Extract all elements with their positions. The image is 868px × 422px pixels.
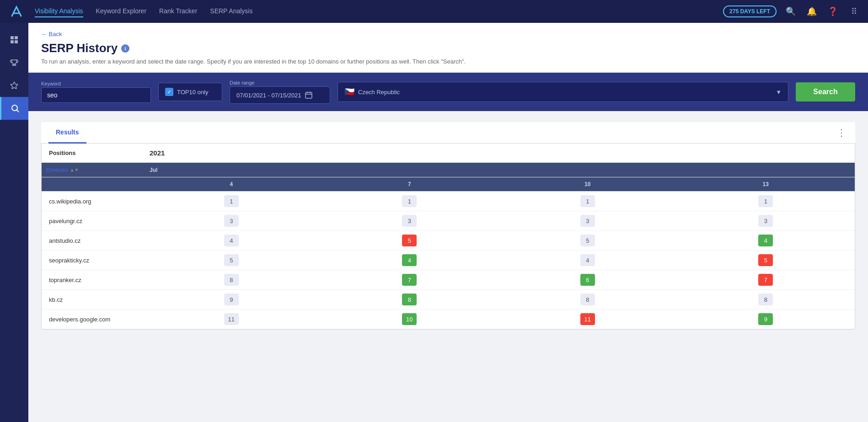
position-badge: 9 xyxy=(758,313,773,325)
position-badge: 4 xyxy=(224,235,239,246)
date-col-13: 13 xyxy=(677,177,855,192)
domain-cell: cs.wikipedia.org xyxy=(42,192,142,211)
position-cell: 1 xyxy=(321,192,499,211)
table-row: developers.google.com1110119 xyxy=(42,310,855,329)
position-badge: 5 xyxy=(402,235,417,246)
table-body: cs.wikipedia.org1111pavelungr.cz3333ants… xyxy=(42,192,855,329)
position-badge: 10 xyxy=(402,313,417,325)
position-badge: 3 xyxy=(580,215,595,227)
position-badge: 5 xyxy=(224,254,239,266)
year-header: 2021 xyxy=(142,144,855,163)
position-badge: 11 xyxy=(580,313,595,325)
search-button[interactable]: Search xyxy=(796,82,855,101)
position-cell: 4 xyxy=(321,251,499,270)
help-icon-btn[interactable]: ❓ xyxy=(826,5,840,18)
data-table-wrap: Positions 2021 Domain ▲▼ Jul xyxy=(41,144,855,330)
info-icon[interactable]: i xyxy=(121,44,129,53)
date-col-4: 4 xyxy=(142,177,321,192)
date-range-field-group: Date range 07/01/2021 - 07/15/2021 xyxy=(230,80,330,104)
positions-header: Positions xyxy=(42,144,142,163)
year-header-row: Positions 2021 xyxy=(42,144,855,163)
table-row: seoprakticky.cz5445 xyxy=(42,251,855,270)
keyword-input-wrap xyxy=(41,87,151,103)
position-badge: 6 xyxy=(580,274,595,286)
tab-results[interactable]: Results xyxy=(48,122,86,144)
keyword-field-group: Keyword xyxy=(41,81,151,103)
sidebar-item-dashboard[interactable] xyxy=(0,28,28,51)
position-cell: 1 xyxy=(498,192,677,211)
domain-header-label: Domain xyxy=(46,166,68,173)
results-table: Positions 2021 Domain ▲▼ Jul xyxy=(42,144,855,329)
position-cell: 9 xyxy=(677,310,855,329)
top10-label: TOP10 only xyxy=(177,89,208,96)
main-content: ← Back SERP History i To run an analysis… xyxy=(28,23,868,422)
svg-rect-1 xyxy=(15,36,18,39)
position-cell: 1 xyxy=(677,192,855,211)
results-area: Results ⋮ Positions 2021 Domain ▲▼ xyxy=(28,111,868,341)
top10-checkbox[interactable]: ✓ xyxy=(165,88,173,96)
keyword-input[interactable] xyxy=(47,91,145,99)
notification-icon-btn[interactable]: 🔔 xyxy=(805,5,819,18)
sidebar-item-search[interactable] xyxy=(0,97,28,120)
position-cell: 8 xyxy=(142,270,321,290)
nav-serp-analysis[interactable]: SERP Analysis xyxy=(210,5,252,17)
domain-column-header: Domain ▲▼ xyxy=(42,163,142,177)
days-left-badge: 275 DAYS LEFT xyxy=(723,5,777,17)
logo[interactable] xyxy=(7,2,26,21)
position-cell: 5 xyxy=(321,231,499,251)
position-badge: 1 xyxy=(580,195,595,207)
position-cell: 5 xyxy=(677,251,855,270)
position-cell: 5 xyxy=(498,231,677,251)
position-cell: 6 xyxy=(498,270,677,290)
position-cell: 9 xyxy=(142,290,321,310)
date-col-7: 7 xyxy=(321,177,499,192)
sidebar-item-favorites[interactable] xyxy=(0,74,28,97)
domain-cell: topranker.cz xyxy=(42,270,142,290)
svg-rect-0 xyxy=(11,36,14,39)
position-cell: 11 xyxy=(142,310,321,329)
nav-visibility-analysis[interactable]: Visibility Analysis xyxy=(35,5,83,17)
position-badge: 3 xyxy=(758,215,773,227)
top10-checkbox-wrap[interactable]: ✓ TOP10 only xyxy=(158,83,222,101)
domain-cell: pavelungr.cz xyxy=(42,211,142,231)
position-badge: 5 xyxy=(758,254,773,266)
position-badge: 8 xyxy=(402,294,417,305)
keyword-label: Keyword xyxy=(41,81,151,86)
position-cell: 1 xyxy=(142,192,321,211)
top-navigation: Visibility Analysis Keyword Explorer Ran… xyxy=(0,0,868,23)
dropdown-arrow-icon: ▼ xyxy=(776,89,782,96)
empty-header xyxy=(42,177,142,192)
table-row: pavelungr.cz3333 xyxy=(42,211,855,231)
country-select[interactable]: 🇨🇿 Czech Republic ▼ xyxy=(338,82,788,102)
position-cell: 3 xyxy=(321,211,499,231)
back-link[interactable]: ← Back xyxy=(41,31,62,37)
nav-rank-tracker[interactable]: Rank Tracker xyxy=(159,5,197,17)
position-cell: 11 xyxy=(498,310,677,329)
position-badge: 5 xyxy=(580,235,595,246)
position-cell: 7 xyxy=(321,270,499,290)
sidebar-item-trophy[interactable] xyxy=(0,51,28,74)
page-header: ← Back SERP History i To run an analysis… xyxy=(28,23,868,73)
position-badge: 1 xyxy=(758,195,773,207)
table-row: topranker.cz8767 xyxy=(42,270,855,290)
tab-bar: Results ⋮ xyxy=(41,122,855,144)
position-badge: 8 xyxy=(580,294,595,305)
position-badge: 7 xyxy=(758,274,773,286)
svg-rect-2 xyxy=(11,40,14,43)
tab-more-button[interactable]: ⋮ xyxy=(835,127,848,138)
position-badge: 3 xyxy=(402,215,417,227)
date-range-input[interactable]: 07/01/2021 - 07/15/2021 xyxy=(230,86,330,104)
position-cell: 3 xyxy=(498,211,677,231)
search-icon-btn[interactable]: 🔍 xyxy=(784,5,798,18)
position-cell: 4 xyxy=(677,231,855,251)
domain-cell: developers.google.com xyxy=(42,310,142,329)
sort-icon: ▲▼ xyxy=(70,167,79,172)
date-range-label: Date range xyxy=(230,80,330,85)
apps-icon-btn[interactable]: ⠿ xyxy=(847,5,861,18)
position-cell: 4 xyxy=(142,231,321,251)
position-cell: 5 xyxy=(142,251,321,270)
page-description: To run an analysis, enter a keyword and … xyxy=(41,58,855,72)
table-row: antstudio.cz4554 xyxy=(42,231,855,251)
position-badge: 7 xyxy=(402,274,417,286)
nav-keyword-explorer[interactable]: Keyword Explorer xyxy=(96,5,147,17)
